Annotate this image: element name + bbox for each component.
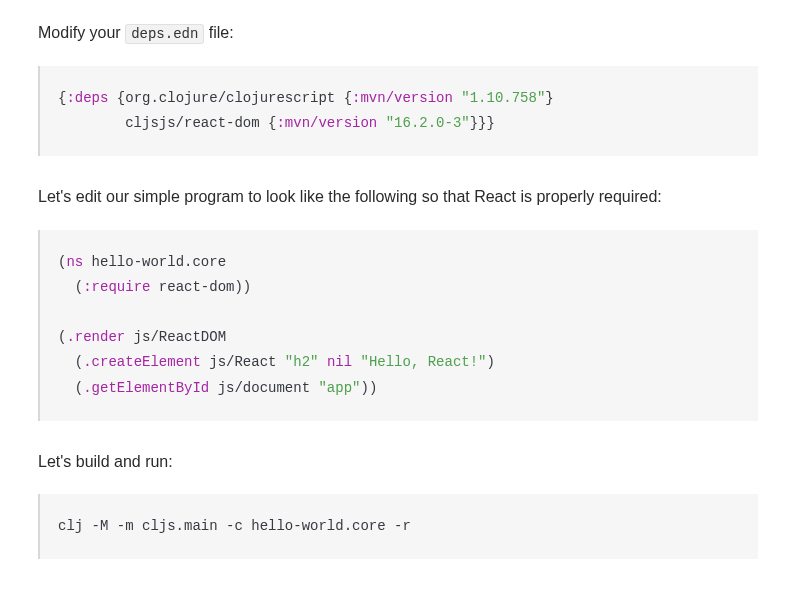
inline-code-deps-edn: deps.edn <box>125 24 204 44</box>
code-token: cljsjs/react-dom { <box>58 115 276 131</box>
code-token: )) <box>360 380 377 396</box>
code-block-core-cljs[interactable]: (ns hello-world.core (:require react-dom… <box>38 230 758 421</box>
intro-paragraph-1: Modify your deps.edn file: <box>38 20 758 46</box>
code-token: }}} <box>470 115 495 131</box>
code-token: js/document <box>209 380 318 396</box>
code-token: js/React <box>201 354 285 370</box>
code-block-deps-edn[interactable]: {:deps {org.clojure/clojurescript {:mvn/… <box>38 66 758 156</box>
code-token: .render <box>66 329 125 345</box>
code-token: ( <box>58 279 83 295</box>
code-token: ) <box>487 354 495 370</box>
code-token: nil <box>327 354 352 370</box>
code-token <box>377 115 385 131</box>
intro-text-pre: Modify your <box>38 24 125 41</box>
code-token: hello-world.core <box>83 254 226 270</box>
code-token: :mvn/version <box>276 115 377 131</box>
code-token: :mvn/version <box>352 90 453 106</box>
intro-paragraph-3: Let's build and run: <box>38 449 758 475</box>
code-token: .createElement <box>83 354 201 370</box>
code-token: clj -M -m cljs.main -c hello-world.core … <box>58 518 411 534</box>
intro-text-post: file: <box>204 24 233 41</box>
code-token: js/ReactDOM <box>125 329 226 345</box>
code-token: .getElementById <box>83 380 209 396</box>
code-token: react-dom)) <box>150 279 251 295</box>
code-token: ( <box>58 354 83 370</box>
code-token <box>352 354 360 370</box>
code-token: } <box>545 90 553 106</box>
code-token: "16.2.0-3" <box>386 115 470 131</box>
code-token: :deps <box>66 90 108 106</box>
code-token: {org.clojure/clojurescript { <box>108 90 352 106</box>
code-token: "1.10.758" <box>461 90 545 106</box>
code-token: "h2" <box>285 354 319 370</box>
code-token <box>318 354 326 370</box>
code-token: "app" <box>318 380 360 396</box>
code-block-run-command[interactable]: clj -M -m cljs.main -c hello-world.core … <box>38 494 758 559</box>
code-token: ( <box>58 380 83 396</box>
code-token: ns <box>66 254 83 270</box>
code-token: "Hello, React!" <box>361 354 487 370</box>
intro-paragraph-2: Let's edit our simple program to look li… <box>38 184 758 210</box>
code-token: :require <box>83 279 150 295</box>
